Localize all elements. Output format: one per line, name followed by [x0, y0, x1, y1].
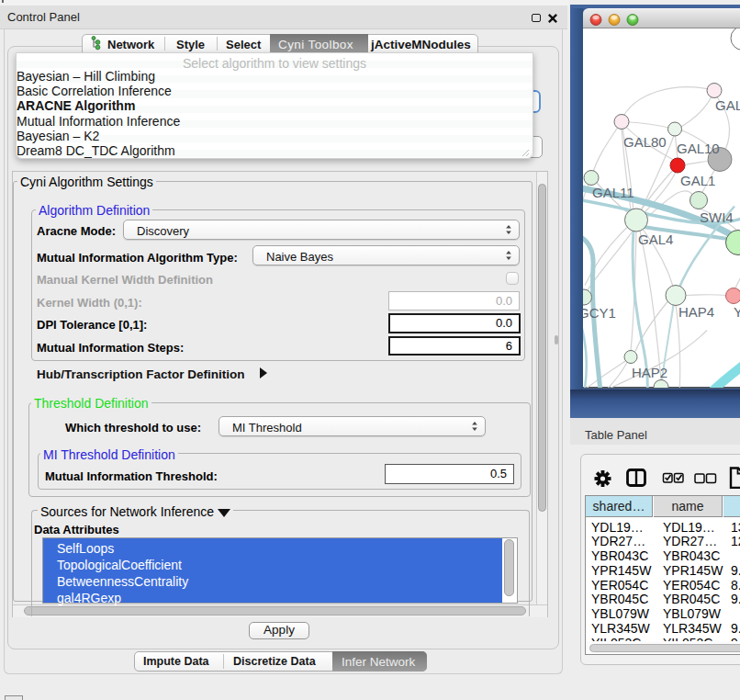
svg-text:SWI4: SWI4	[700, 209, 734, 225]
svg-text:GCY1: GCY1	[583, 305, 616, 321]
svg-text:GAL10: GAL10	[677, 141, 720, 156]
svg-text:GAL4: GAL4	[638, 231, 673, 247]
svg-text:YJ: YJ	[734, 304, 740, 320]
svg-text:HAP2: HAP2	[632, 365, 667, 380]
svg-text:GAL11: GAL11	[592, 185, 634, 200]
svg-text:GAL1: GAL1	[680, 173, 715, 188]
svg-text:HAP4: HAP4	[678, 304, 714, 320]
svg-text:GAL7: GAL7	[715, 97, 740, 113]
svg-text:GAL80: GAL80	[623, 134, 667, 150]
